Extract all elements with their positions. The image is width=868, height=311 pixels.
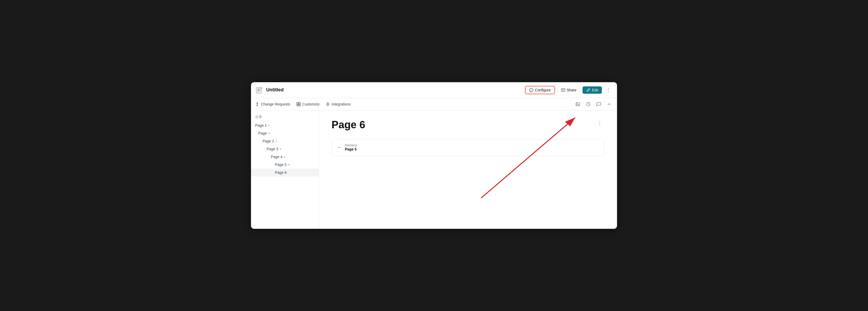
history-toolbar-icon[interactable] (585, 101, 592, 108)
left-arrow-icon: ← (337, 145, 342, 150)
chevron-down-icon: ▾ (288, 163, 290, 167)
sidebar-item-page-label: Page (258, 131, 267, 135)
svg-point-5 (531, 91, 531, 91)
svg-point-4 (529, 88, 533, 92)
nav-footer: ← Previous Page 5 (332, 139, 604, 156)
configure-button[interactable]: Configure (525, 86, 555, 94)
share-button[interactable]: Share (557, 86, 581, 94)
app-title: Untitled (266, 87, 284, 93)
collapse-toolbar-icon[interactable] (606, 101, 613, 108)
svg-rect-0 (256, 87, 261, 93)
svg-rect-8 (299, 102, 301, 104)
sidebar-section-label: 分享 (251, 115, 319, 121)
image-toolbar-icon[interactable] (574, 101, 582, 108)
svg-rect-10 (299, 105, 301, 106)
main-content: 分享 Page 1 ▾ Page ▾ Page 2 ▾ Page 3 ▾ (251, 111, 617, 229)
header-left: Untitled (255, 86, 284, 94)
sidebar-item-page5[interactable]: Page 5 ▾ (251, 161, 319, 169)
comment-toolbar-icon[interactable] (595, 101, 602, 108)
page-content: Page 6 ⋮ ← Previous Page 5 (319, 111, 617, 164)
nav-prev-label: Previous (345, 143, 357, 147)
subnav: Change Requests Customize Integrations (251, 98, 617, 111)
sidebar-item-page1-label: Page 1 (255, 123, 267, 128)
svg-rect-9 (297, 105, 298, 106)
customize-icon (297, 102, 301, 106)
sidebar-item-page[interactable]: Page ▾ (251, 129, 319, 137)
header: Untitled Configure Share (251, 82, 617, 98)
sidebar-item-page4[interactable]: Page 4 ▾ (251, 153, 319, 161)
svg-rect-6 (561, 89, 565, 91)
subnav-right (574, 101, 613, 108)
github-icon (529, 88, 533, 92)
chevron-down-icon: ▾ (269, 132, 270, 135)
sidebar-item-page6-label: Page 6 (275, 170, 286, 175)
edit-button[interactable]: Edit (583, 86, 602, 94)
change-requests-icon (255, 102, 259, 106)
subnav-customize[interactable]: Customize (297, 102, 319, 106)
nav-prev-card[interactable]: ← Previous Page 5 (332, 139, 604, 156)
header-right: Configure Share Edit ⋮ (525, 86, 613, 94)
page-header: Page 6 ⋮ (332, 119, 604, 131)
sidebar-item-page5-label: Page 5 (275, 163, 286, 167)
app-window: Untitled Configure Share (251, 82, 617, 229)
svg-rect-7 (297, 102, 298, 104)
subnav-integrations[interactable]: Integrations (326, 102, 350, 106)
page-menu-button[interactable]: ⋮ (595, 119, 604, 127)
sidebar-item-page4-label: Page 4 (271, 155, 282, 159)
share-icon (561, 88, 565, 92)
sidebar-item-page2[interactable]: Page 2 ▾ (251, 137, 319, 145)
more-options-button[interactable]: ⋮ (604, 86, 613, 94)
chevron-down-icon: ▾ (268, 124, 270, 127)
app-icon (255, 86, 264, 94)
edit-icon (586, 88, 590, 92)
chevron-down-icon: ▾ (276, 140, 277, 143)
integrations-icon (326, 102, 330, 106)
chevron-down-icon: ▾ (284, 155, 285, 159)
nav-prev-name: Page 5 (345, 147, 357, 151)
sidebar-item-page1[interactable]: Page 1 ▾ (251, 121, 319, 129)
sidebar-item-page3[interactable]: Page 3 ▾ (251, 145, 319, 153)
chevron-down-icon: ▾ (280, 147, 281, 151)
sidebar-item-page6[interactable]: Page 6 (251, 169, 319, 176)
subnav-change-requests[interactable]: Change Requests (255, 102, 290, 106)
page-title: Page 6 (332, 119, 365, 131)
sidebar-item-page3-label: Page 3 (267, 147, 278, 151)
subnav-left: Change Requests Customize Integrations (255, 102, 350, 106)
sidebar-item-page2-label: Page 2 (262, 139, 274, 143)
sidebar: 分享 Page 1 ▾ Page ▾ Page 2 ▾ Page 3 ▾ (251, 111, 319, 229)
svg-point-12 (577, 103, 578, 104)
